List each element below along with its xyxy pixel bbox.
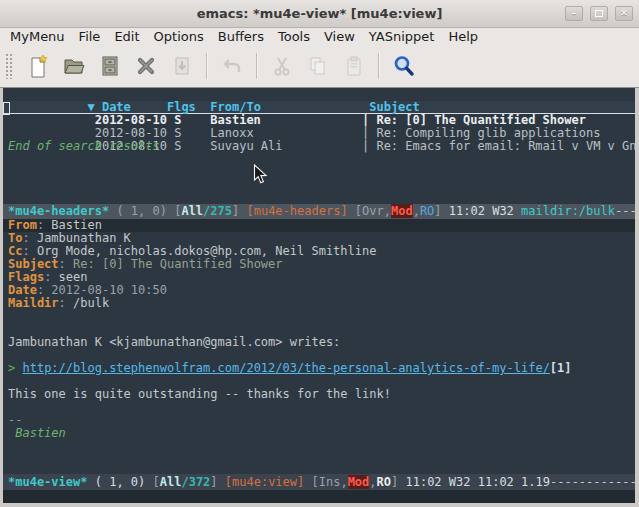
search-magnifier-icon [392, 54, 416, 78]
field-subject: Subject: Re: [0] The Quantified Shower [3, 258, 635, 271]
toolbar-separator [256, 53, 258, 79]
echo-area[interactable] [3, 490, 635, 503]
new-file-button[interactable] [23, 50, 53, 82]
menu-help[interactable]: Help [441, 29, 485, 44]
row-subject: | Re: Compiling glib applications [362, 126, 600, 140]
read-only-flag: RO [377, 475, 391, 489]
open-file-button[interactable] [59, 50, 89, 82]
close-button[interactable]: ✕ [615, 6, 633, 21]
major-mode: [mu4e-headers] [246, 204, 354, 218]
article-link[interactable]: http://blog.stephenwolfram.com/2012/03/t… [22, 361, 549, 375]
save-button[interactable] [95, 50, 125, 82]
save-as-icon [170, 54, 194, 78]
menu-edit[interactable]: Edit [107, 29, 146, 44]
inactive-cursor [3, 102, 10, 115]
menu-bar: MyMenu File Edit Options Buffers Tools V… [0, 28, 639, 45]
narrow-indicator: All [181, 204, 203, 218]
clock: 11:02 W32 [442, 204, 521, 218]
modeline-mu4e-headers[interactable]: *mu4e-headers* ( 1, 0) [All/275] [mu4e-h… [3, 204, 635, 219]
signature-separator: -- [3, 414, 635, 427]
toolbar-drag-handle[interactable] [5, 53, 13, 79]
tool-bar [0, 45, 639, 88]
toolbar-separator [206, 53, 208, 79]
maximize-icon [595, 10, 603, 17]
date-value: 2012-08-10 10:50 [51, 283, 167, 297]
modeline-mu4e-view[interactable]: *mu4e-view* ( 1, 0) [All/372] [mu4e:view… [3, 474, 635, 490]
menu-file[interactable]: File [72, 29, 108, 44]
open-folder-icon [62, 54, 86, 78]
flags-value: seen [59, 270, 88, 284]
emacs-window: emacs: *mu4e-view* [mu4e:view] – ✕ MyMen… [0, 0, 639, 507]
maildir-path: maildir:/bulk [521, 204, 615, 218]
cursor-position: ( 1, 0) [87, 475, 152, 489]
headers-column-row[interactable]: ▼ DateFlgsFrom/ToSubject [3, 88, 635, 101]
minimize-button[interactable]: – [565, 6, 583, 21]
row-subject: | Re: Emacs for email: Rmail v VM v Gnus [362, 139, 635, 153]
footnote-ref: [1] [550, 361, 572, 375]
subject-value: Re: [0] The Quantified Shower [73, 257, 283, 271]
cut-scissors-icon [270, 54, 294, 78]
body-intro: Jambunathan K <kjambunathan@gmail.com> w… [3, 336, 635, 349]
delete-x-icon [134, 54, 158, 78]
narrow-indicator: All [160, 475, 182, 489]
body-quote-line: > http://blog.stephenwolfram.com/2012/03… [3, 362, 635, 375]
line-count: /372 [181, 475, 210, 489]
copy-button[interactable] [303, 50, 333, 82]
title-bar[interactable]: emacs: *mu4e-view* [mu4e:view] – ✕ [0, 0, 639, 28]
row-from: Suvayu Ali [210, 140, 362, 153]
clock: 11:02 W32 11:02 1.19 [398, 475, 550, 489]
emacs-buffers: ▼ DateFlgsFrom/ToSubject 2012-08-10SBast… [3, 88, 635, 503]
mu4e-view-window: From: Bastien To: Jambunathan K Cc: Org … [3, 219, 635, 474]
delete-button[interactable] [131, 50, 161, 82]
to-value: Jambunathan K [37, 231, 131, 245]
cut-button[interactable] [267, 50, 297, 82]
column-subject[interactable]: Subject [369, 100, 420, 114]
paste-clipboard-icon [342, 54, 366, 78]
new-file-icon [26, 54, 50, 78]
cursor-position: ( 1, 0) [109, 204, 174, 218]
menu-buffers[interactable]: Buffers [211, 29, 271, 44]
paste-button[interactable] [339, 50, 369, 82]
modified-flag: Mod [391, 204, 413, 218]
menu-view[interactable]: View [317, 29, 362, 44]
emacs-frame-body: ▼ DateFlgsFrom/ToSubject 2012-08-10SBast… [0, 88, 639, 507]
menu-options[interactable]: Options [147, 29, 211, 44]
maildir-value: /bulk [73, 296, 109, 310]
field-maildir: Maildir: /bulk [3, 297, 635, 310]
window-controls: – ✕ [565, 6, 633, 21]
buffer-name: *mu4e-headers* [8, 204, 109, 218]
quote-prefix: > [8, 361, 22, 375]
body-paragraph: This one is quite outstanding -- thanks … [3, 388, 635, 401]
menu-yasnippet[interactable]: YASnippet [362, 29, 442, 44]
cc-value: Org Mode, nicholas.dokos@hp.com, Neil Sm… [37, 244, 377, 258]
modified-flag: Mod [348, 475, 370, 489]
row-flags: S [174, 140, 210, 153]
save-icon [98, 54, 122, 78]
menu-tools[interactable]: Tools [271, 29, 317, 44]
save-as-button[interactable] [167, 50, 197, 82]
major-mode: [mu4e:view] [225, 475, 312, 489]
undo-icon [220, 54, 244, 78]
window-title: emacs: *mu4e-view* [mu4e:view] [197, 6, 443, 21]
read-only-flag: RO [420, 204, 434, 218]
row-subject: | Re: [0] The Quantified Shower [362, 113, 586, 127]
line-count: /275 [203, 204, 232, 218]
maximize-button[interactable] [590, 6, 608, 21]
undo-button[interactable] [217, 50, 247, 82]
toolbar-separator [378, 53, 380, 79]
search-button[interactable] [389, 50, 419, 82]
mu4e-headers-window: ▼ DateFlgsFrom/ToSubject 2012-08-10SBast… [3, 88, 635, 204]
copy-icon [306, 54, 330, 78]
signature: Bastien [3, 427, 635, 440]
buffer-name: *mu4e-view* [8, 475, 87, 489]
menu-mymenu[interactable]: MyMenu [3, 29, 72, 44]
